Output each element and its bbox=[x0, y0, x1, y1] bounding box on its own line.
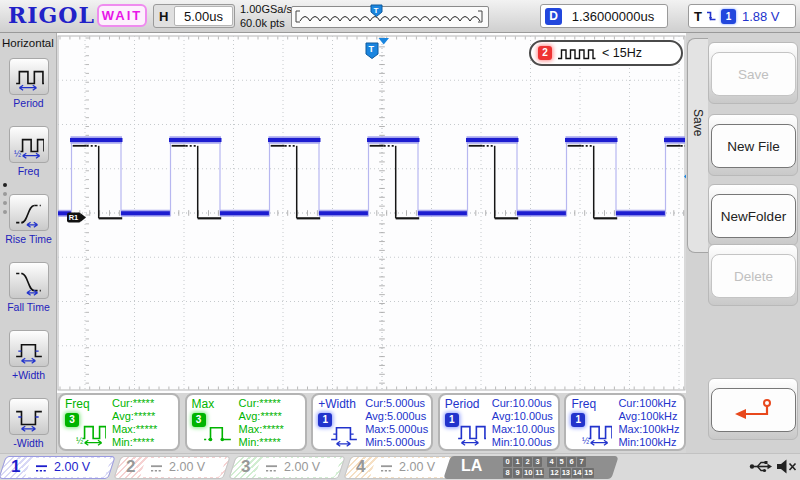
delay-box: D 1.36000000us bbox=[540, 4, 668, 28]
measurement-panel-2: Max 3 Cur:*****Avg:*****Max:*****Min:***… bbox=[185, 393, 307, 451]
horizontal-scale-value: 5.00us bbox=[174, 6, 233, 26]
la-digit-15: 15 bbox=[583, 468, 593, 478]
max-icon bbox=[203, 417, 233, 451]
freq-icon: ½ bbox=[14, 130, 44, 164]
trigger-source-badge: 1 bbox=[721, 9, 736, 24]
return-arrow-icon bbox=[732, 398, 776, 422]
trigger-level-value: 1.88 V bbox=[742, 9, 780, 24]
counter-value: < 15Hz bbox=[602, 46, 642, 60]
page-dot bbox=[3, 201, 7, 205]
channel-status-4[interactable]: 4 2.00 V bbox=[347, 456, 457, 479]
dc-coupling-icon bbox=[380, 464, 393, 474]
svg-text:½: ½ bbox=[582, 436, 589, 446]
waveform-display: R1T bbox=[57, 33, 686, 393]
horizontal-scale-label: H bbox=[159, 9, 168, 24]
sidebar-item-period[interactable]: Period bbox=[0, 58, 57, 124]
la-digit-1: 1 bbox=[513, 457, 522, 467]
rise-time-icon bbox=[14, 198, 44, 232]
oscilloscope-screen: RIGOL WAIT H 5.00us 1.00GSa/s 60.0k pts … bbox=[0, 0, 800, 480]
menu-button-delete: Delete bbox=[711, 254, 796, 298]
channel-status-1[interactable]: 1 2.00 V bbox=[2, 456, 112, 479]
la-digit-9: 9 bbox=[513, 468, 522, 478]
svg-text:½: ½ bbox=[14, 149, 21, 159]
la-digits-row2: 89101112131415 bbox=[503, 468, 595, 478]
dc-coupling-icon bbox=[150, 464, 163, 474]
menu-button-new-file[interactable]: New File bbox=[711, 124, 796, 168]
square-wave-icon bbox=[557, 47, 597, 60]
measure-sidebar: Horizontal Period½ Freq Rise Time Fall T… bbox=[0, 33, 57, 453]
memory-position-bar bbox=[291, 6, 489, 28]
pwidth-icon bbox=[329, 417, 359, 451]
fall-time-icon bbox=[14, 266, 44, 300]
trigger-box: T 1 1.88 V bbox=[688, 4, 796, 28]
horizontal-scale-box: H 5.00us bbox=[153, 4, 235, 28]
la-digit-3: 3 bbox=[533, 457, 542, 467]
la-status[interactable]: LA 01234567 89101112131415 bbox=[447, 456, 615, 479]
la-digit-14: 14 bbox=[572, 468, 582, 478]
function-menu: Save SaveNew FileNewFolderDelete bbox=[686, 33, 800, 455]
sidebar-title: Horizontal bbox=[2, 37, 54, 49]
freq-icon: ½ bbox=[582, 417, 612, 451]
channel-scale-value: 2.00 V bbox=[399, 460, 435, 474]
delay-value: 1.36000000us bbox=[563, 5, 663, 27]
sidebar-item--width[interactable]: +Width bbox=[0, 330, 57, 396]
sample-rate: 1.00GSa/s bbox=[240, 2, 292, 16]
rigol-logo: RIGOL bbox=[8, 2, 95, 28]
channel-scale-value: 2.00 V bbox=[284, 460, 320, 474]
sample-rate-block: 1.00GSa/s 60.0k pts bbox=[240, 2, 292, 30]
acquisition-status-badge: WAIT bbox=[97, 4, 147, 27]
pwidth-icon bbox=[14, 334, 44, 368]
dc-coupling-icon bbox=[265, 464, 278, 474]
sidebar-item-freq[interactable]: ½ Freq bbox=[0, 126, 57, 192]
la-digit-13: 13 bbox=[561, 468, 571, 478]
la-digit-2: 2 bbox=[523, 457, 532, 467]
top-status-bar: RIGOL WAIT H 5.00us 1.00GSa/s 60.0k pts … bbox=[0, 0, 800, 33]
period-icon bbox=[456, 417, 486, 451]
la-digit-5: 5 bbox=[557, 457, 566, 467]
menu-button-newfolder[interactable]: NewFolder bbox=[711, 194, 796, 238]
grid-and-waveform: R1T bbox=[57, 33, 686, 393]
la-digit-12: 12 bbox=[549, 468, 559, 478]
la-label: LA bbox=[461, 457, 482, 475]
measurement-panel-3: +Width 1 Cur:5.000usAvg:5.000usMax:5.000… bbox=[311, 393, 433, 451]
la-digit-7: 7 bbox=[577, 457, 586, 467]
page-dot bbox=[3, 210, 7, 214]
freq-icon: ½ bbox=[76, 417, 106, 451]
sidebar-item-rise-time[interactable]: Rise Time bbox=[0, 194, 57, 260]
page-dot bbox=[3, 183, 7, 187]
svg-text:T: T bbox=[374, 6, 379, 15]
menu-tab-save: Save bbox=[687, 38, 708, 253]
trigger-slope-falling-icon bbox=[706, 10, 717, 23]
page-dot bbox=[3, 192, 7, 196]
la-digit-0: 0 bbox=[503, 457, 512, 467]
trigger-label: T bbox=[694, 9, 702, 24]
measurement-panel-1: Freq 3 ½ Cur:*****Avg:*****Max:*****Min:… bbox=[58, 393, 180, 451]
channel-status-2[interactable]: 2 2.00 V bbox=[117, 456, 227, 479]
speaker-muted-icon bbox=[776, 458, 797, 475]
dc-coupling-icon bbox=[35, 464, 48, 474]
svg-text:T: T bbox=[369, 44, 375, 54]
memory-depth: 60.0k pts bbox=[240, 16, 292, 30]
svg-text:½: ½ bbox=[76, 436, 83, 446]
menu-button-back[interactable] bbox=[711, 388, 796, 432]
memory-waveform-icon bbox=[292, 7, 488, 27]
delay-badge: D bbox=[545, 8, 562, 25]
sidebar-item-fall-time[interactable]: Fall Time bbox=[0, 262, 57, 328]
la-digits-row1: 01234567 bbox=[503, 457, 587, 467]
la-digit-10: 10 bbox=[523, 468, 533, 478]
la-digit-11: 11 bbox=[534, 468, 544, 478]
channel-status-3[interactable]: 3 2.00 V bbox=[232, 456, 342, 479]
menu-button-save: Save bbox=[711, 52, 796, 96]
usb-icon bbox=[749, 459, 773, 474]
counter-channel-badge: 2 bbox=[538, 46, 552, 60]
trigger-frequency-counter: 2 < 15Hz bbox=[529, 40, 683, 66]
measurement-panel-5: Freq 1 ½ Cur:100kHzAvg:100kHzMax:100kHzM… bbox=[564, 393, 686, 451]
svg-text:R1: R1 bbox=[69, 213, 79, 222]
period-icon bbox=[14, 62, 44, 96]
channel-scale-value: 2.00 V bbox=[54, 460, 90, 474]
la-digit-4: 4 bbox=[547, 457, 556, 467]
measurement-panel-4: Period 1 Cur:10.00usAvg:10.00usMax:10.00… bbox=[438, 393, 560, 451]
la-digit-6: 6 bbox=[567, 457, 576, 467]
memory-trigger-position-icon: T bbox=[370, 4, 383, 18]
la-digit-8: 8 bbox=[503, 468, 512, 478]
